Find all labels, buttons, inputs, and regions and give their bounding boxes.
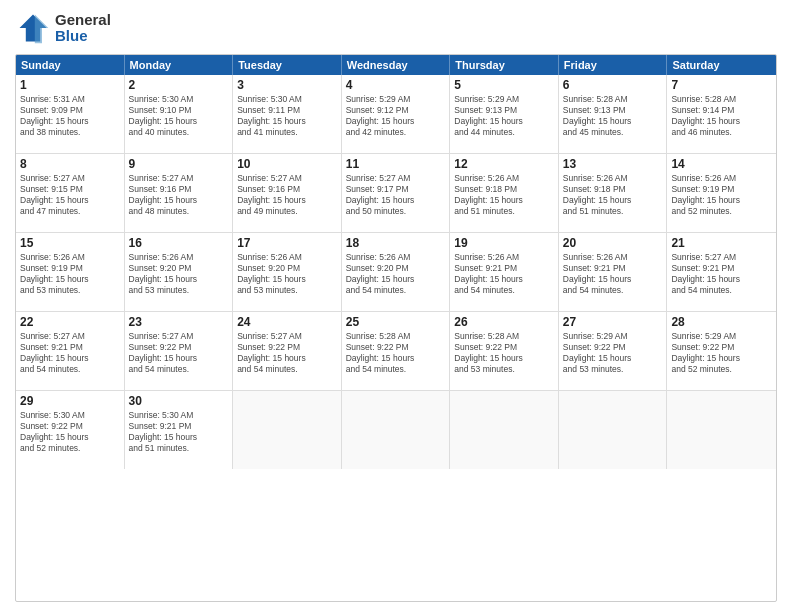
day-info: Sunrise: 5:29 AM Sunset: 9:13 PM Dayligh… <box>454 94 554 138</box>
header-day-tuesday: Tuesday <box>233 55 342 75</box>
day-number: 28 <box>671 315 772 329</box>
day-number: 9 <box>129 157 229 171</box>
day-number: 14 <box>671 157 772 171</box>
day-info: Sunrise: 5:26 AM Sunset: 9:20 PM Dayligh… <box>129 252 229 296</box>
day-number: 5 <box>454 78 554 92</box>
day-number: 7 <box>671 78 772 92</box>
calendar-body: 1Sunrise: 5:31 AM Sunset: 9:09 PM Daylig… <box>16 75 776 469</box>
day-number: 26 <box>454 315 554 329</box>
calendar-cell: 24Sunrise: 5:27 AM Sunset: 9:22 PM Dayli… <box>233 312 342 390</box>
day-number: 29 <box>20 394 120 408</box>
logo-text: General Blue <box>55 12 111 45</box>
svg-marker-1 <box>35 15 49 44</box>
day-info: Sunrise: 5:26 AM Sunset: 9:19 PM Dayligh… <box>20 252 120 296</box>
day-number: 8 <box>20 157 120 171</box>
day-info: Sunrise: 5:26 AM Sunset: 9:20 PM Dayligh… <box>346 252 446 296</box>
day-info: Sunrise: 5:28 AM Sunset: 9:14 PM Dayligh… <box>671 94 772 138</box>
logo-blue: Blue <box>55 28 111 45</box>
calendar-cell: 23Sunrise: 5:27 AM Sunset: 9:22 PM Dayli… <box>125 312 234 390</box>
day-number: 17 <box>237 236 337 250</box>
header-day-thursday: Thursday <box>450 55 559 75</box>
day-info: Sunrise: 5:30 AM Sunset: 9:21 PM Dayligh… <box>129 410 229 454</box>
calendar-cell: 11Sunrise: 5:27 AM Sunset: 9:17 PM Dayli… <box>342 154 451 232</box>
calendar-cell: 17Sunrise: 5:26 AM Sunset: 9:20 PM Dayli… <box>233 233 342 311</box>
calendar-cell <box>450 391 559 469</box>
calendar-cell: 29Sunrise: 5:30 AM Sunset: 9:22 PM Dayli… <box>16 391 125 469</box>
calendar-week-3: 15Sunrise: 5:26 AM Sunset: 9:19 PM Dayli… <box>16 233 776 312</box>
day-info: Sunrise: 5:29 AM Sunset: 9:22 PM Dayligh… <box>563 331 663 375</box>
day-info: Sunrise: 5:30 AM Sunset: 9:10 PM Dayligh… <box>129 94 229 138</box>
day-info: Sunrise: 5:27 AM Sunset: 9:15 PM Dayligh… <box>20 173 120 217</box>
day-info: Sunrise: 5:28 AM Sunset: 9:22 PM Dayligh… <box>454 331 554 375</box>
day-info: Sunrise: 5:28 AM Sunset: 9:22 PM Dayligh… <box>346 331 446 375</box>
header: General Blue <box>15 10 777 46</box>
day-info: Sunrise: 5:27 AM Sunset: 9:21 PM Dayligh… <box>20 331 120 375</box>
day-number: 13 <box>563 157 663 171</box>
calendar-cell: 22Sunrise: 5:27 AM Sunset: 9:21 PM Dayli… <box>16 312 125 390</box>
header-day-wednesday: Wednesday <box>342 55 451 75</box>
day-info: Sunrise: 5:28 AM Sunset: 9:13 PM Dayligh… <box>563 94 663 138</box>
day-number: 18 <box>346 236 446 250</box>
calendar-cell: 3Sunrise: 5:30 AM Sunset: 9:11 PM Daylig… <box>233 75 342 153</box>
logo-icon <box>15 10 51 46</box>
calendar-cell <box>667 391 776 469</box>
day-number: 11 <box>346 157 446 171</box>
calendar-week-4: 22Sunrise: 5:27 AM Sunset: 9:21 PM Dayli… <box>16 312 776 391</box>
logo-general: General <box>55 12 111 29</box>
calendar-cell: 13Sunrise: 5:26 AM Sunset: 9:18 PM Dayli… <box>559 154 668 232</box>
day-info: Sunrise: 5:26 AM Sunset: 9:18 PM Dayligh… <box>454 173 554 217</box>
calendar-cell: 27Sunrise: 5:29 AM Sunset: 9:22 PM Dayli… <box>559 312 668 390</box>
day-number: 3 <box>237 78 337 92</box>
calendar-header: SundayMondayTuesdayWednesdayThursdayFrid… <box>16 55 776 75</box>
calendar-cell: 25Sunrise: 5:28 AM Sunset: 9:22 PM Dayli… <box>342 312 451 390</box>
calendar-cell: 8Sunrise: 5:27 AM Sunset: 9:15 PM Daylig… <box>16 154 125 232</box>
header-day-monday: Monday <box>125 55 234 75</box>
calendar-cell: 1Sunrise: 5:31 AM Sunset: 9:09 PM Daylig… <box>16 75 125 153</box>
day-number: 6 <box>563 78 663 92</box>
calendar-week-5: 29Sunrise: 5:30 AM Sunset: 9:22 PM Dayli… <box>16 391 776 469</box>
day-number: 24 <box>237 315 337 329</box>
calendar-cell: 9Sunrise: 5:27 AM Sunset: 9:16 PM Daylig… <box>125 154 234 232</box>
header-day-saturday: Saturday <box>667 55 776 75</box>
day-number: 12 <box>454 157 554 171</box>
day-info: Sunrise: 5:26 AM Sunset: 9:20 PM Dayligh… <box>237 252 337 296</box>
calendar-week-1: 1Sunrise: 5:31 AM Sunset: 9:09 PM Daylig… <box>16 75 776 154</box>
day-number: 27 <box>563 315 663 329</box>
calendar-cell <box>233 391 342 469</box>
calendar-cell: 26Sunrise: 5:28 AM Sunset: 9:22 PM Dayli… <box>450 312 559 390</box>
day-info: Sunrise: 5:26 AM Sunset: 9:21 PM Dayligh… <box>563 252 663 296</box>
day-info: Sunrise: 5:31 AM Sunset: 9:09 PM Dayligh… <box>20 94 120 138</box>
day-info: Sunrise: 5:30 AM Sunset: 9:11 PM Dayligh… <box>237 94 337 138</box>
day-info: Sunrise: 5:27 AM Sunset: 9:16 PM Dayligh… <box>129 173 229 217</box>
page: General Blue SundayMondayTuesdayWednesda… <box>0 0 792 612</box>
calendar-cell: 30Sunrise: 5:30 AM Sunset: 9:21 PM Dayli… <box>125 391 234 469</box>
day-info: Sunrise: 5:27 AM Sunset: 9:22 PM Dayligh… <box>129 331 229 375</box>
calendar-cell: 5Sunrise: 5:29 AM Sunset: 9:13 PM Daylig… <box>450 75 559 153</box>
day-number: 30 <box>129 394 229 408</box>
day-number: 10 <box>237 157 337 171</box>
calendar-week-2: 8Sunrise: 5:27 AM Sunset: 9:15 PM Daylig… <box>16 154 776 233</box>
day-info: Sunrise: 5:26 AM Sunset: 9:19 PM Dayligh… <box>671 173 772 217</box>
day-info: Sunrise: 5:26 AM Sunset: 9:18 PM Dayligh… <box>563 173 663 217</box>
day-info: Sunrise: 5:26 AM Sunset: 9:21 PM Dayligh… <box>454 252 554 296</box>
day-number: 4 <box>346 78 446 92</box>
day-number: 19 <box>454 236 554 250</box>
calendar: SundayMondayTuesdayWednesdayThursdayFrid… <box>15 54 777 602</box>
day-info: Sunrise: 5:27 AM Sunset: 9:22 PM Dayligh… <box>237 331 337 375</box>
day-number: 22 <box>20 315 120 329</box>
day-number: 25 <box>346 315 446 329</box>
day-number: 2 <box>129 78 229 92</box>
day-info: Sunrise: 5:27 AM Sunset: 9:17 PM Dayligh… <box>346 173 446 217</box>
calendar-cell: 19Sunrise: 5:26 AM Sunset: 9:21 PM Dayli… <box>450 233 559 311</box>
calendar-cell: 20Sunrise: 5:26 AM Sunset: 9:21 PM Dayli… <box>559 233 668 311</box>
calendar-cell: 15Sunrise: 5:26 AM Sunset: 9:19 PM Dayli… <box>16 233 125 311</box>
header-day-sunday: Sunday <box>16 55 125 75</box>
calendar-cell: 14Sunrise: 5:26 AM Sunset: 9:19 PM Dayli… <box>667 154 776 232</box>
calendar-cell <box>559 391 668 469</box>
logo: General Blue <box>15 10 111 46</box>
day-number: 15 <box>20 236 120 250</box>
calendar-cell: 21Sunrise: 5:27 AM Sunset: 9:21 PM Dayli… <box>667 233 776 311</box>
day-number: 21 <box>671 236 772 250</box>
day-number: 23 <box>129 315 229 329</box>
calendar-cell: 4Sunrise: 5:29 AM Sunset: 9:12 PM Daylig… <box>342 75 451 153</box>
